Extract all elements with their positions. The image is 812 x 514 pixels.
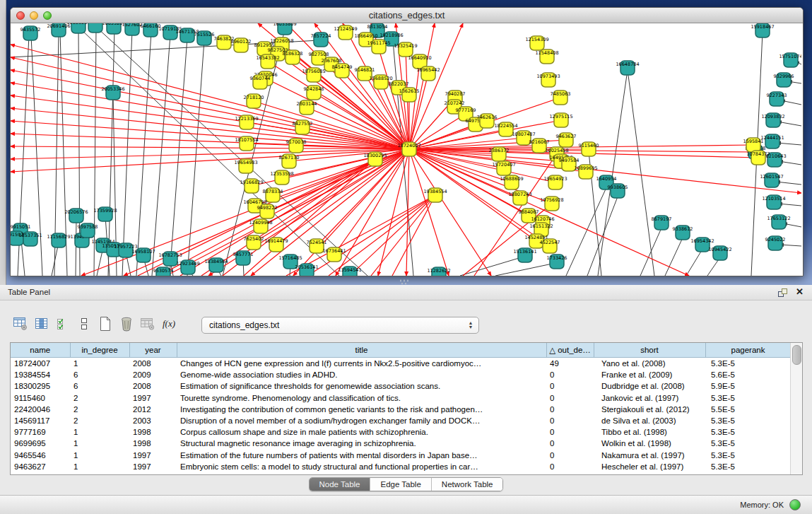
table-cell[interactable]: 5.3E-5: [705, 415, 791, 426]
table-cell[interactable]: 2008: [129, 380, 177, 392]
table-row[interactable]: 946362711997Embryonic stem cells: a mode…: [11, 461, 791, 472]
table-cell[interactable]: 0: [546, 438, 594, 449]
table-cell[interactable]: 0: [546, 369, 594, 380]
table-cell[interactable]: 0: [546, 404, 594, 415]
column-header-in-degree[interactable]: in_degree: [70, 343, 129, 358]
table-row[interactable]: 1830029562008Estimation of significance …: [11, 380, 791, 392]
table-cell[interactable]: 9115460: [11, 392, 70, 404]
memory-status-icon[interactable]: [789, 499, 801, 510]
table-cell[interactable]: Genome-wide association studies in ADHD.: [177, 369, 546, 380]
table-cell[interactable]: 6: [70, 369, 129, 380]
table-row[interactable]: 911546021997Tourette syndrome. Phenomeno…: [11, 392, 791, 404]
panel-divider-grip[interactable]: [400, 279, 410, 284]
table-cell[interactable]: Jankovic et al. (1997): [594, 392, 705, 404]
table-cell[interactable]: Wolkin et al. (1998): [594, 438, 705, 449]
table-cell[interactable]: 49: [546, 358, 594, 370]
column-header-out-de-[interactable]: △ out_de…: [546, 343, 594, 358]
table-cell[interactable]: 18300295: [11, 380, 70, 392]
attribute-table[interactable]: namein_degreeyeartitle△ out_de…shortpage…: [10, 342, 803, 475]
table-cell[interactable]: 9699695: [11, 438, 70, 449]
network-window[interactable]: citations_edges.txt 94355722069140610853…: [10, 7, 804, 276]
table-cell[interactable]: 5.5E-5: [705, 404, 791, 415]
table-cell[interactable]: 5.6E-5: [705, 369, 791, 380]
table-cell[interactable]: 0: [546, 426, 594, 438]
table-cell[interactable]: 2: [70, 415, 129, 426]
table-cell[interactable]: 0: [546, 380, 594, 392]
table-cell[interactable]: Investigating the contribution of common…: [177, 404, 546, 415]
table-selector-dropdown[interactable]: citations_edges.txt ▲▼: [201, 317, 479, 334]
rows-icon[interactable]: [73, 315, 95, 333]
table-row[interactable]: 946554611997Estimation of the future num…: [11, 450, 791, 461]
table-cell[interactable]: 5.3E-5: [705, 450, 791, 461]
table-cell[interactable]: Embryonic stem cells: a model to study s…: [177, 461, 546, 472]
table-cell[interactable]: 5.3E-5: [705, 426, 791, 438]
table-cell[interactable]: Tourette syndrome. Phenomenology and cla…: [177, 392, 546, 404]
table-cell[interactable]: 6: [70, 380, 129, 392]
column-header-pagerank[interactable]: pagerank: [705, 343, 791, 358]
show-columns-icon[interactable]: [31, 315, 52, 333]
table-cell[interactable]: 19384554: [11, 369, 70, 380]
table-row[interactable]: 1456911722003Disruption of a novel membe…: [11, 415, 791, 426]
table-cell[interactable]: 0: [546, 392, 594, 404]
table-scrollbar-thumb[interactable]: [792, 345, 801, 365]
table-cell[interactable]: 1: [70, 438, 129, 449]
table-cell[interactable]: Tibbo et al. (1998): [594, 426, 705, 438]
table-cell[interactable]: 14569117: [11, 415, 70, 426]
float-panel-icon[interactable]: [777, 288, 788, 300]
delete-table-icon[interactable]: [137, 315, 158, 333]
table-row[interactable]: 977716911998Corpus callosum shape and si…: [11, 426, 791, 438]
table-cell[interactable]: 1997: [129, 392, 177, 404]
table-cell[interactable]: Dudbridge et al. (2008): [594, 380, 705, 392]
table-row[interactable]: 969969511998Structural magnetic resonanc…: [11, 438, 791, 449]
network-graph[interactable]: 9435572206914061085328120937871106532871…: [11, 23, 801, 276]
table-cell[interactable]: Stergiakouli et al. (2012): [594, 404, 705, 415]
table-cell[interactable]: 0: [546, 450, 594, 461]
tab-edge-table[interactable]: Edge Table: [370, 478, 431, 491]
close-panel-icon[interactable]: ✕: [796, 286, 804, 297]
table-cell[interactable]: 18724007: [11, 358, 70, 370]
table-cell[interactable]: 1997: [129, 450, 177, 461]
table-cell[interactable]: Disruption of a novel member of a sodium…: [177, 415, 546, 426]
table-cell[interactable]: Hescheler et al. (1997): [594, 461, 705, 472]
table-cell[interactable]: 9463627: [11, 461, 70, 472]
table-cell[interactable]: 2: [70, 392, 129, 404]
column-header-year[interactable]: year: [129, 343, 177, 358]
table-settings-icon[interactable]: [10, 315, 31, 333]
table-cell[interactable]: Estimation of the future numbers of pati…: [177, 450, 546, 461]
table-row[interactable]: 1938455462009Genome-wide association stu…: [11, 369, 791, 380]
table-cell[interactable]: 0: [546, 415, 594, 426]
table-scrollbar[interactable]: [790, 343, 802, 474]
table-cell[interactable]: 9465546: [11, 450, 70, 461]
table-cell[interactable]: 2008: [129, 358, 177, 370]
table-cell[interactable]: de Silva et al. (2003): [594, 415, 705, 426]
table-cell[interactable]: Nakamura et al. (1997): [594, 450, 705, 461]
table-cell[interactable]: 2003: [129, 415, 177, 426]
table-cell[interactable]: Corpus callosum shape and size in male p…: [177, 426, 546, 438]
table-cell[interactable]: 1: [70, 450, 129, 461]
table-cell[interactable]: Changes of HCN gene expression and I(f) …: [177, 358, 546, 370]
table-row[interactable]: 2242004622012Investigating the contribut…: [11, 404, 791, 415]
table-cell[interactable]: 1997: [129, 461, 177, 472]
table-cell[interactable]: 1998: [129, 438, 177, 449]
network-canvas[interactable]: 9435572206914061085328120937871106532871…: [11, 23, 801, 276]
table-cell[interactable]: 2: [70, 404, 129, 415]
network-window-titlebar[interactable]: citations_edges.txt: [11, 8, 803, 23]
tab-node-table[interactable]: Node Table: [310, 478, 371, 491]
tab-network-table[interactable]: Network Table: [432, 478, 503, 491]
table-cell[interactable]: 5.3E-5: [705, 461, 791, 472]
table-cell[interactable]: 1: [70, 426, 129, 438]
table-cell[interactable]: 2009: [129, 369, 177, 380]
table-cell[interactable]: Structural magnetic resonance image aver…: [177, 438, 546, 449]
column-header-title[interactable]: title: [177, 343, 546, 358]
new-file-icon[interactable]: [95, 315, 116, 333]
function-icon[interactable]: f(x): [158, 315, 180, 333]
table-cell[interactable]: 5.3E-5: [705, 358, 791, 370]
table-cell[interactable]: 5.9E-5: [705, 380, 791, 392]
table-cell[interactable]: 5.3E-5: [705, 392, 791, 404]
table-cell[interactable]: 5.3E-5: [705, 438, 791, 449]
table-cell[interactable]: 1: [70, 358, 129, 370]
table-cell[interactable]: 0: [546, 461, 594, 472]
table-cell[interactable]: Estimation of significance thresholds fo…: [177, 380, 546, 392]
table-cell[interactable]: Yano et al. (2008): [594, 358, 705, 370]
column-header-name[interactable]: name: [11, 343, 70, 358]
